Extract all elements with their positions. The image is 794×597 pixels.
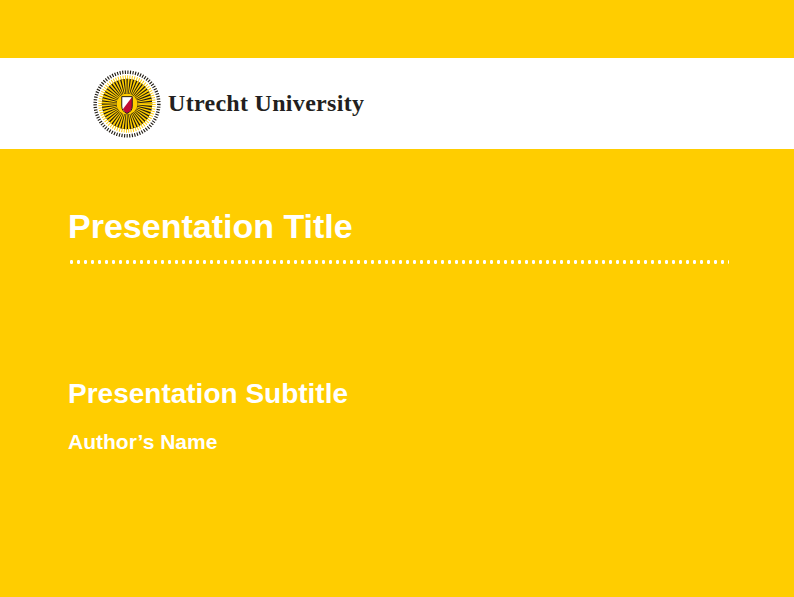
presentation-subtitle: Presentation Subtitle bbox=[68, 380, 348, 408]
presentation-title-slide: Utrecht University Presentation Title Pr… bbox=[0, 0, 794, 597]
logo-band: Utrecht University bbox=[0, 58, 794, 149]
top-yellow-band bbox=[0, 0, 794, 58]
author-name: Author’s Name bbox=[68, 431, 217, 452]
presentation-title: Presentation Title bbox=[68, 209, 353, 243]
university-logo: Utrecht University bbox=[92, 69, 364, 139]
university-sun-emblem-icon bbox=[92, 69, 162, 139]
dotted-divider bbox=[68, 259, 729, 265]
university-wordmark: Utrecht University bbox=[168, 90, 364, 117]
